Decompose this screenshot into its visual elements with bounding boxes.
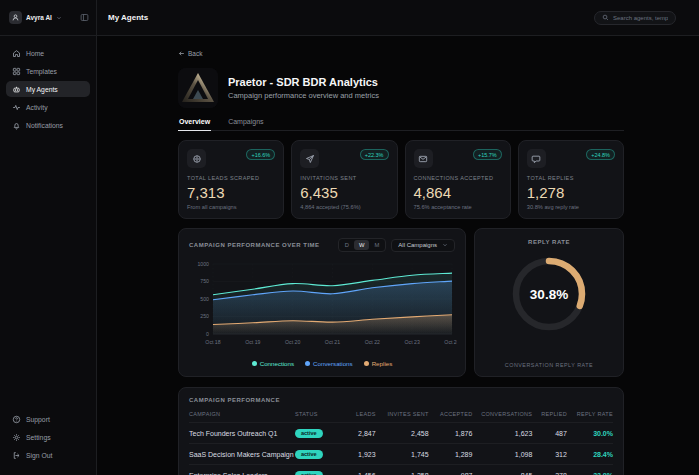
stat-subtext: 4,864 accepted (75.6%) <box>300 204 388 210</box>
stat-label: TOTAL LEADS SCRAPED <box>187 175 275 181</box>
search-icon <box>602 14 609 21</box>
sidebar-item-notifications[interactable]: Notifications <box>6 117 90 133</box>
accepted-value: 987 <box>429 472 473 475</box>
stat-card: +24.8%TOTAL REPLIES1,27830.8% avg reply … <box>518 140 624 219</box>
tab-overview[interactable]: Overview <box>178 118 211 131</box>
chart-controls: DWM All Campaigns <box>338 238 455 252</box>
range-segmented-control: DWM <box>338 238 387 252</box>
accepted-value: 1,876 <box>429 430 473 437</box>
chevron-down-icon <box>56 15 62 21</box>
table-row[interactable]: SaaS Decision Makers Campaignactive1,923… <box>189 443 613 464</box>
status-badge: active <box>295 429 339 438</box>
sidebar-item-sign-out[interactable]: Sign Out <box>6 447 90 463</box>
reply-rate-value: 32.9% <box>567 472 613 475</box>
workspace-switcher[interactable]: Avyra AI <box>9 11 77 24</box>
chart-legend: ConnectionsConversationsReplies <box>189 360 455 367</box>
invites-value: 2,458 <box>376 430 429 437</box>
column-header: REPLIED <box>532 411 567 417</box>
sidebar-item-label: Home <box>26 50 44 57</box>
table-row[interactable]: Enterprise Sales Leadersactive1,4561,258… <box>189 464 613 475</box>
search-input[interactable] <box>613 15 668 21</box>
legend-replies[interactable]: Replies <box>364 360 393 367</box>
table-body: Tech Founders Outreach Q1active2,8472,45… <box>189 422 613 475</box>
trend-badge: +24.8% <box>586 149 615 160</box>
stat-label: INVITATIONS SENT <box>300 175 388 181</box>
stat-card-top: +24.8% <box>527 149 615 168</box>
column-header: REPLY RATE <box>567 411 613 417</box>
gear-icon <box>12 433 21 442</box>
chart-title: CAMPAIGN PERFORMANCE OVER TIME <box>189 242 320 248</box>
legend-dot <box>364 361 369 366</box>
range-button-m[interactable]: M <box>369 240 384 250</box>
column-header: LEADS <box>339 411 376 417</box>
stat-value: 6,435 <box>300 184 388 201</box>
y-tick-label: 1000 <box>197 261 209 267</box>
back-button[interactable]: Back <box>178 50 202 57</box>
charts-row: CAMPAIGN PERFORMANCE OVER TIME DWM All C… <box>178 228 624 377</box>
main-column: My Agents Back <box>97 0 699 475</box>
content: Back <box>97 36 624 475</box>
sidebar-item-label: Settings <box>26 434 51 441</box>
sidebar-item-settings[interactable]: Settings <box>6 429 90 445</box>
sidebar-header: Avyra AI <box>0 0 96 36</box>
target-icon <box>187 149 206 168</box>
campaign-name: SaaS Decision Makers Campaign <box>189 451 295 458</box>
y-tick-label: 750 <box>200 278 209 284</box>
campaign-name: Tech Founders Outreach Q1 <box>189 430 295 437</box>
legend-connections[interactable]: Connections <box>252 360 294 367</box>
sidebar-item-label: Activity <box>26 104 48 111</box>
tab-campaigns[interactable]: Campaigns <box>227 118 264 130</box>
invites-value: 1,258 <box>376 472 429 475</box>
page-title: My Agents <box>108 13 148 22</box>
legend-conversations[interactable]: Conversations <box>305 360 353 367</box>
performance-area-chart: 02505007501000Oct 18Oct 19Oct 20Oct 21Oc… <box>189 256 457 358</box>
table-header: CAMPAIGNSTATUSLEADSINVITES SENTACCEPTEDC… <box>189 411 613 422</box>
trend-badge: +22.3% <box>360 149 389 160</box>
column-header: CONVERSATIONS <box>472 411 532 417</box>
replied-value: 278 <box>532 472 567 475</box>
sidebar-item-my-agents[interactable]: My Agents <box>6 81 90 97</box>
sidebar-collapse-button[interactable] <box>80 13 89 22</box>
accepted-value: 1,289 <box>429 451 473 458</box>
sidebar-item-templates[interactable]: Templates <box>6 63 90 79</box>
range-button-w[interactable]: W <box>354 240 369 250</box>
stat-card-top: +22.3% <box>300 149 388 168</box>
sidebar-item-support[interactable]: Support <box>6 411 90 427</box>
templates-icon <box>12 67 21 76</box>
campaign-filter-select[interactable]: All Campaigns <box>391 239 455 252</box>
reply-rate-donut: 30.8% <box>507 252 591 336</box>
leads-value: 2,847 <box>339 430 376 437</box>
y-tick-label: 250 <box>200 313 209 319</box>
agent-description: Campaign performance overview and metric… <box>228 91 379 100</box>
agent-name: Praetor - SDR BDR Analytics <box>228 76 379 88</box>
table-title: CAMPAIGN PERFORMANCE <box>189 397 613 403</box>
replied-value: 487 <box>532 430 567 437</box>
tab-bar: OverviewCampaigns <box>178 118 624 131</box>
stats-row: +16.6%TOTAL LEADS SCRAPED7,313From all c… <box>178 140 624 219</box>
trend-badge: +15.7% <box>473 149 502 160</box>
activity-icon <box>12 103 21 112</box>
stat-card: +16.6%TOTAL LEADS SCRAPED7,313From all c… <box>178 140 284 219</box>
sidebar-item-activity[interactable]: Activity <box>6 99 90 115</box>
x-tick-label: Oct 20 <box>285 339 300 345</box>
reply-rate-value: 30.8% <box>507 252 591 336</box>
workspace-avatar-icon <box>9 11 22 24</box>
range-button-d[interactable]: D <box>340 240 354 250</box>
legend-label: Connections <box>260 360 294 367</box>
table-row[interactable]: Tech Founders Outreach Q1active2,8472,45… <box>189 422 613 443</box>
reply-rate-value: 28.4% <box>567 451 613 458</box>
sidebar: Avyra AI HomeTemplatesMy AgentsActivityN… <box>0 0 97 475</box>
search-box[interactable] <box>594 11 676 25</box>
legend-dot <box>252 361 257 366</box>
status-badge: active <box>295 450 339 459</box>
sidebar-item-home[interactable]: Home <box>6 45 90 61</box>
stat-subtext: 75.6% acceptance rate <box>414 204 502 210</box>
stat-value: 1,278 <box>527 184 615 201</box>
column-header: ACCEPTED <box>429 411 473 417</box>
invites-value: 1,745 <box>376 451 429 458</box>
campaign-name: Enterprise Sales Leaders <box>189 472 295 475</box>
stat-value: 7,313 <box>187 184 275 201</box>
stat-card: +22.3%INVITATIONS SENT6,4354,864 accepte… <box>291 140 397 219</box>
chat-icon <box>527 149 546 168</box>
legend-label: Conversations <box>313 360 353 367</box>
